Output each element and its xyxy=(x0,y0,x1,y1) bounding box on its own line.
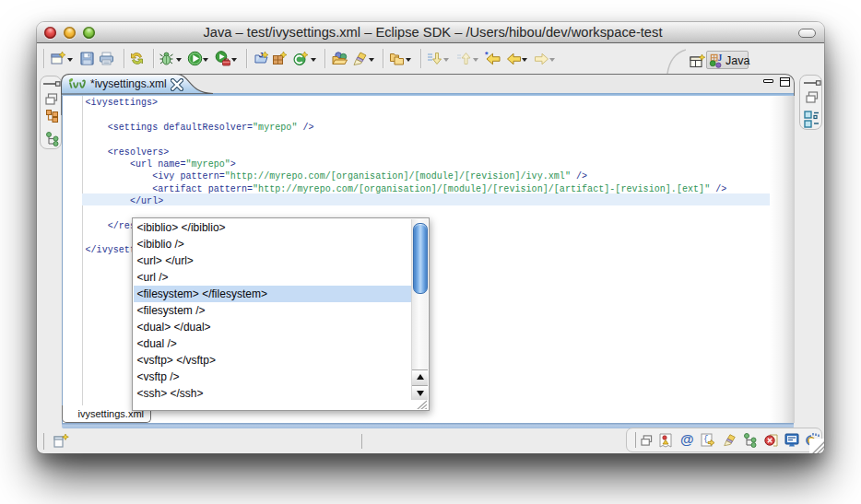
svg-text:{: { xyxy=(703,435,708,444)
svg-text:J: J xyxy=(717,53,722,63)
